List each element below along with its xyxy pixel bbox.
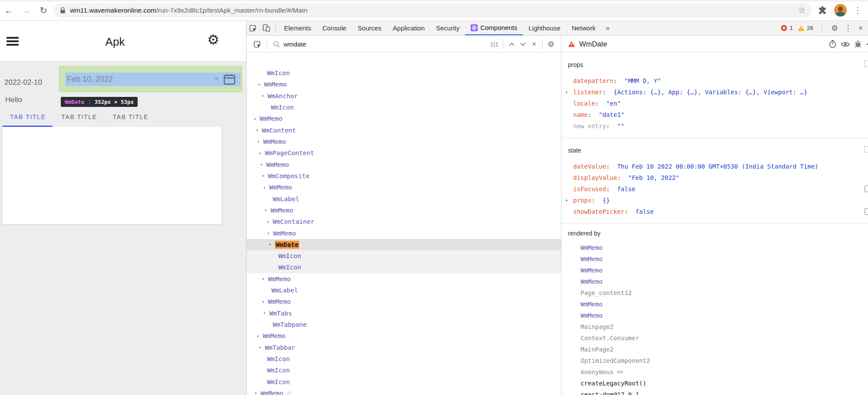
tree-row[interactable]: WmIcon xyxy=(247,102,561,113)
calendar-icon[interactable] xyxy=(224,74,235,85)
expand-icon[interactable]: ▸ xyxy=(565,195,568,206)
bookmark-star-icon[interactable]: ☆ xyxy=(798,5,805,15)
devtools-tab-network[interactable]: Network xyxy=(566,21,601,35)
expand-arrow-icon[interactable]: ▾ xyxy=(254,391,261,395)
expand-arrow-icon[interactable]: ▾ xyxy=(256,128,262,133)
console-issues-badges[interactable]: 1 26 xyxy=(781,25,813,31)
expand-arrow-icon[interactable]: ▾ xyxy=(262,299,268,304)
expand-arrow-icon[interactable]: ▾ xyxy=(267,231,273,236)
expand-arrow-icon[interactable]: ▾ xyxy=(259,151,265,156)
expand-arrow-icon[interactable]: ▾ xyxy=(267,219,273,224)
rendered-by-item[interactable]: Context.Consumer xyxy=(561,332,868,344)
expand-arrow-icon[interactable]: ▾ xyxy=(254,116,260,121)
tree-row[interactable]: ▾WmPageContent xyxy=(247,147,561,159)
boolean-checkbox[interactable] xyxy=(865,208,868,215)
address-bar[interactable]: wm11.wavemakeronline.com/run-7x9x2d8c1p/… xyxy=(54,3,812,17)
tree-row[interactable]: WmLabel xyxy=(247,285,561,296)
debug-bug-icon[interactable] xyxy=(855,40,861,48)
expand-arrow-icon[interactable]: ▾ xyxy=(258,82,264,87)
tree-row[interactable]: ▾WmMemo xyxy=(247,205,561,216)
rendered-by-item[interactable]: WmMemo xyxy=(561,265,868,276)
tree-row[interactable]: ▾WmMemo xyxy=(247,273,561,285)
device-toolbar-icon[interactable] xyxy=(260,21,273,35)
rendered-by-item[interactable]: react-dom@17.0.1 xyxy=(561,389,868,395)
profile-avatar[interactable] xyxy=(834,4,847,17)
tree-row[interactable]: ▾WmContainer xyxy=(247,216,561,227)
rendered-by-item[interactable]: MainPage2 xyxy=(561,344,868,355)
prop-row[interactable]: locale: "en" xyxy=(561,98,868,109)
prop-row[interactable]: ▸listener: {Actions: {…}, App: {…}, Vari… xyxy=(561,86,868,98)
browser-menu-icon[interactable]: ⋮ xyxy=(854,5,862,15)
rendered-by-item[interactable]: Page_content12 xyxy=(561,287,868,299)
expand-arrow-icon[interactable]: ▾ xyxy=(260,162,266,167)
expand-arrow-icon[interactable]: ▾ xyxy=(264,208,271,212)
tree-row[interactable]: ▾WmTabbar xyxy=(247,342,561,353)
clear-date-icon[interactable]: × xyxy=(214,74,219,83)
app-tab[interactable]: TAB TITLE xyxy=(10,113,46,120)
rendered-by-item[interactable]: WmMemo xyxy=(561,242,868,253)
expand-arrow-icon[interactable]: ▾ xyxy=(259,345,265,350)
tree-row[interactable]: ▾WmMemo⚠ xyxy=(247,388,561,395)
inspect-element-icon[interactable] xyxy=(247,21,260,35)
devtools-menu-icon[interactable]: ⋮ xyxy=(844,23,852,33)
tree-row[interactable]: WmIcon xyxy=(247,67,561,79)
tree-row[interactable]: WmLabel xyxy=(247,193,561,204)
tree-row[interactable]: ▾WmMemo xyxy=(247,79,561,90)
search-input[interactable] xyxy=(284,40,488,48)
tree-row[interactable]: ▾WmTabs xyxy=(247,308,561,319)
rendered-by-item[interactable]: Anonymous xyxy=(561,366,868,378)
tree-row[interactable]: ▾WmMemo xyxy=(247,113,561,124)
app-settings-gear-icon[interactable]: ⚙ xyxy=(207,33,219,46)
reload-icon[interactable]: ↻ xyxy=(35,5,52,16)
prop-row[interactable]: isFocused: false xyxy=(561,183,868,195)
tree-row[interactable]: WmIcon xyxy=(247,376,561,387)
pick-component-icon[interactable] xyxy=(251,40,264,49)
expand-arrow-icon[interactable]: ▾ xyxy=(257,334,263,339)
tree-row[interactable]: ▾WmMemo xyxy=(247,182,561,193)
rendered-by-item[interactable]: WmMemo xyxy=(561,299,868,310)
tree-row[interactable]: WmIcon xyxy=(247,353,561,365)
prop-row[interactable]: displayValue: "Feb 10, 2022" xyxy=(561,172,868,183)
tree-row[interactable]: WmIcon xyxy=(247,250,561,262)
tree-row[interactable]: ▾WmMemo xyxy=(247,296,561,307)
rendered-by-item[interactable]: Mainpage2 xyxy=(561,321,868,332)
tree-row[interactable]: ▾WmMemo xyxy=(247,330,561,342)
tree-row[interactable]: WmTabpane xyxy=(247,319,561,330)
forward-icon[interactable]: → xyxy=(17,5,35,16)
expand-arrow-icon[interactable]: ▾ xyxy=(261,93,267,98)
view-source-icon[interactable]: <> xyxy=(866,40,868,48)
app-tab[interactable]: TAB TITLE xyxy=(61,113,97,120)
devtools-tab-application[interactable]: Application xyxy=(387,21,430,35)
tree-row[interactable]: ▾WmAnchor xyxy=(247,90,561,102)
extensions-puzzle-icon[interactable] xyxy=(818,6,827,15)
prop-row[interactable]: showDatePicker: false xyxy=(561,206,868,217)
expand-arrow-icon[interactable]: ▾ xyxy=(263,311,269,315)
devtools-settings-icon[interactable]: ⚙ xyxy=(831,23,838,33)
next-match-icon[interactable] xyxy=(517,43,528,46)
tree-row[interactable]: WmIcon xyxy=(247,262,561,273)
more-tabs-icon[interactable]: » xyxy=(601,21,614,35)
devtools-tab-components[interactable]: Components xyxy=(465,21,523,35)
prop-value[interactable]: "" xyxy=(617,123,624,129)
profiler-stopwatch-icon[interactable] xyxy=(829,40,836,48)
rendered-by-item[interactable]: WmMemo xyxy=(561,310,868,321)
tree-row[interactable]: ▾WmComposite xyxy=(247,170,561,182)
prop-row[interactable]: new entry: "" xyxy=(561,120,868,132)
tree-row[interactable]: ▾WmMemo xyxy=(247,159,561,170)
rendered-by-item[interactable]: createLegacyRoot() xyxy=(561,378,868,389)
tree-row[interactable]: WmIcon xyxy=(247,365,561,376)
previous-match-icon[interactable] xyxy=(506,43,517,46)
rendered-by-item[interactable]: WmMemo xyxy=(561,253,868,265)
app-tab[interactable]: TAB TITLE xyxy=(113,113,149,120)
devtools-tab-sources[interactable]: Sources xyxy=(352,21,387,35)
expand-arrow-icon[interactable]: ▾ xyxy=(263,185,269,190)
inspect-dom-eye-icon[interactable] xyxy=(841,41,850,47)
rendered-by-item[interactable]: WmMemo xyxy=(561,276,868,287)
expand-arrow-icon[interactable]: ▾ xyxy=(262,276,268,281)
devtools-tab-elements[interactable]: Elements xyxy=(278,21,317,35)
devtools-close-icon[interactable]: × xyxy=(858,24,863,33)
copy-props-icon[interactable] xyxy=(864,60,868,67)
prop-row[interactable]: dateValue: Thu Feb 10 2022 00:00:00 GMT+… xyxy=(561,161,868,172)
expand-icon[interactable]: ▸ xyxy=(565,86,568,98)
back-icon[interactable]: ← xyxy=(0,5,17,16)
